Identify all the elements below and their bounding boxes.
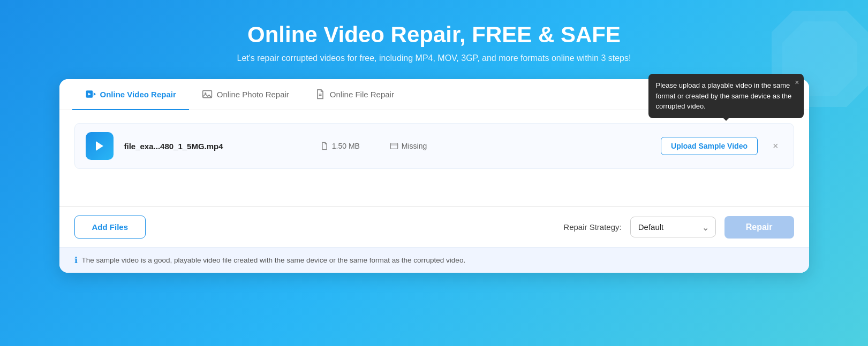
tab-online-photo-repair[interactable]: Online Photo Repair (189, 79, 302, 110)
delete-file-button[interactable]: × (768, 139, 783, 154)
svg-marker-7 (96, 141, 103, 151)
info-icon: ℹ (74, 255, 78, 265)
file-thumbnail (86, 132, 114, 160)
toolbar: Add Files Repair Strategy: Default Advan… (59, 206, 809, 247)
repair-controls: Repair Strategy: Default Advanced Fast D… (563, 216, 794, 239)
tab-photo-label: Online Photo Repair (217, 90, 289, 99)
svg-rect-8 (390, 143, 397, 149)
tooltip-close-button[interactable]: × (795, 77, 799, 88)
header-section: Online Video Repair, FREE & SAFE Let's r… (237, 21, 631, 63)
page-title: Online Video Repair, FREE & SAFE (237, 21, 631, 48)
tab-video-label: Online Video Repair (100, 90, 176, 99)
main-card: × Please upload a playable video in the … (59, 79, 809, 273)
tab-file-label: Online File Repair (330, 90, 394, 99)
file-status-container: Missing (390, 142, 454, 150)
file-area: file_exa...480_1_5MG.mp4 1.50 MB Missing (59, 110, 809, 206)
file-tab-icon (315, 89, 326, 99)
tooltip-text: Please upload a playable video in the sa… (656, 81, 792, 110)
upload-sample-button[interactable]: Upload Sample Video (661, 137, 758, 155)
file-status-text: Missing (402, 142, 427, 150)
photo-tab-icon (202, 89, 213, 99)
tooltip-box: × Please upload a playable video in the … (648, 74, 804, 118)
tab-online-file-repair[interactable]: Online File Repair (302, 79, 407, 110)
repair-button[interactable]: Repair (724, 216, 794, 239)
status-icon (390, 142, 398, 150)
tab-online-video-repair[interactable]: Online Video Repair (72, 79, 189, 110)
info-text: The sample video is a good, playable vid… (82, 256, 466, 264)
file-row: file_exa...480_1_5MG.mp4 1.50 MB Missing (74, 123, 794, 169)
file-name: file_exa...480_1_5MG.mp4 (124, 142, 310, 151)
info-bar: ℹ The sample video is a good, playable v… (59, 247, 809, 273)
file-size-icon (320, 142, 329, 150)
video-tab-icon (85, 89, 96, 99)
svg-marker-1 (93, 93, 95, 96)
page-subtitle: Let's repair corrupted videos for free, … (237, 53, 631, 63)
repair-strategy-label: Repair Strategy: (563, 222, 621, 232)
strategy-select-wrapper[interactable]: Default Advanced Fast Default (630, 217, 716, 237)
add-files-button[interactable]: Add Files (74, 216, 146, 239)
file-size-container: 1.50 MB (320, 142, 379, 150)
file-size-text: 1.50 MB (332, 142, 360, 150)
